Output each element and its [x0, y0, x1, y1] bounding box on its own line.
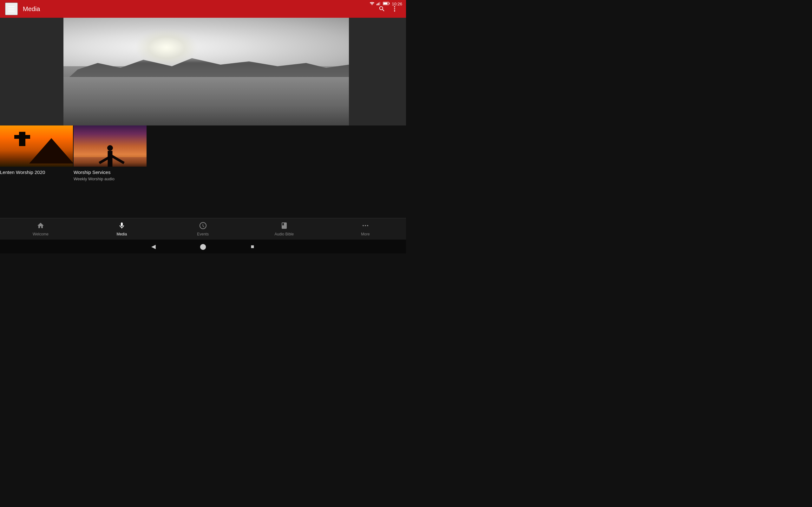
thumbnail-lenten-worship[interactable]: Lenten Worship 2020: [0, 125, 73, 181]
nav-label-welcome: Welcome: [33, 232, 49, 236]
nav-item-events[interactable]: Events: [187, 219, 219, 239]
home-button[interactable]: ⬤: [197, 241, 209, 252]
clock-display: 10:26: [392, 2, 402, 6]
nav-label-audio-bible: Audio Bible: [274, 232, 294, 236]
thumbnail-lenten-title: Lenten Worship 2020: [0, 169, 73, 176]
battery-icon: [383, 2, 390, 6]
svg-rect-2: [379, 3, 379, 5]
svg-point-11: [362, 225, 364, 226]
book-icon: [281, 222, 288, 231]
microphone-icon: [118, 222, 125, 231]
svg-rect-1: [378, 3, 378, 5]
signal-icon: [376, 2, 381, 6]
svg-rect-5: [389, 3, 390, 4]
thumbnails-section: Lenten Worship 2020 Worship Services Wee…: [0, 125, 406, 181]
nav-item-welcome[interactable]: Welcome: [25, 219, 56, 239]
wifi-icon: [369, 2, 374, 6]
svg-rect-0: [376, 4, 377, 5]
svg-rect-6: [384, 3, 388, 4]
events-clock-icon: [199, 222, 207, 231]
app-title: Media: [23, 5, 375, 13]
thumbnail-lenten-info: Lenten Worship 2020: [0, 167, 73, 176]
thumbnail-worship-subtitle: Weekly Worship audio: [73, 176, 147, 181]
hero-image: [63, 18, 349, 125]
status-bar: 10:26: [343, 0, 406, 8]
svg-point-12: [365, 225, 366, 226]
nav-label-more: More: [361, 232, 369, 236]
nav-item-media[interactable]: Media: [106, 219, 138, 239]
home-icon: [37, 222, 44, 231]
nav-item-audio-bible[interactable]: Audio Bible: [268, 219, 300, 239]
thumbnail-lenten-image: [0, 125, 73, 167]
menu-button[interactable]: [5, 3, 18, 15]
thumbnail-worship-info: Worship Services Weekly Worship audio: [73, 167, 147, 181]
recents-button[interactable]: ■: [247, 241, 258, 252]
hero-section: [0, 18, 406, 125]
thumbnail-worship-services[interactable]: Worship Services Weekly Worship audio: [73, 125, 147, 181]
more-dots-icon: [362, 222, 369, 231]
nav-item-more[interactable]: More: [350, 219, 381, 239]
svg-point-8: [394, 8, 395, 9]
nav-label-events: Events: [197, 232, 209, 236]
thumbnail-worship-image: [73, 125, 147, 167]
nav-label-media: Media: [116, 232, 127, 236]
svg-point-13: [367, 225, 368, 226]
svg-point-9: [394, 10, 395, 12]
svg-rect-3: [380, 2, 380, 5]
bottom-navigation: Welcome Media Events Audio Bible: [0, 218, 406, 239]
back-button[interactable]: ◀: [148, 241, 159, 252]
thumbnail-worship-title: Worship Services: [73, 169, 147, 176]
system-navigation-bar: ◀ ⬤ ■: [0, 239, 406, 253]
